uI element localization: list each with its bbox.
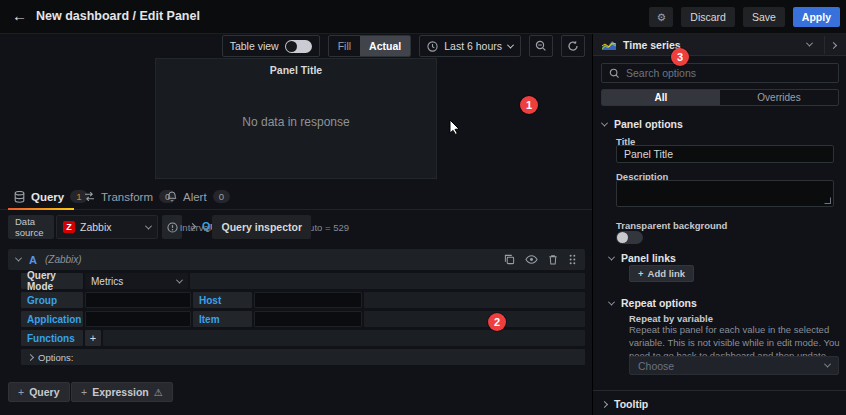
actual-option[interactable]: Actual — [360, 36, 410, 56]
tab-all[interactable]: All — [602, 90, 720, 105]
trash-icon[interactable] — [548, 254, 558, 265]
chevron-down-icon — [806, 40, 813, 47]
query-row-actions — [504, 254, 577, 265]
tab-overrides[interactable]: Overrides — [720, 90, 838, 105]
row-filler — [190, 273, 585, 289]
apply-button[interactable]: Apply — [793, 7, 840, 27]
panel-title-input[interactable] — [616, 145, 834, 163]
panel-preview-title[interactable]: Panel Title — [156, 64, 436, 76]
visualization-picker[interactable]: Time series — [593, 34, 846, 56]
duplicate-icon[interactable] — [504, 254, 515, 265]
sidebar-collapse-button[interactable] — [824, 36, 842, 54]
switch-knob — [617, 232, 628, 243]
host-input[interactable] — [254, 292, 362, 308]
datasource-label: Data source — [8, 215, 54, 239]
time-range-picker[interactable]: Last 6 hours — [419, 35, 521, 57]
datasource-picker[interactable]: Z Zabbix — [56, 215, 158, 239]
panel-edit-toolbar: Table view Fill Actual Last 6 hours — [222, 34, 585, 58]
resize-handle[interactable] — [824, 197, 831, 204]
discard-button[interactable]: Discard — [681, 7, 735, 27]
transform-icon — [84, 191, 95, 202]
tab-query-label: Query — [31, 191, 64, 203]
collapse-chevron-icon — [15, 255, 22, 262]
repeat-variable-select[interactable]: Choose — [629, 356, 839, 375]
query-editor: A (Zabbix) Query Mode Metrics Group Host… — [8, 249, 585, 368]
step-badge-2: 2 — [488, 313, 506, 331]
options-label: Options: — [38, 352, 73, 363]
add-function-button[interactable]: + — [85, 330, 101, 346]
options-tabs: All Overrides — [601, 89, 839, 106]
chevron-right-icon — [830, 41, 837, 48]
application-label[interactable]: Application — [21, 311, 83, 327]
query-mode-value: Metrics — [91, 276, 123, 287]
query-row-header[interactable]: A (Zabbix) — [8, 249, 585, 270]
options-search[interactable] — [601, 63, 839, 83]
table-view-toggle-group[interactable]: Table view — [222, 35, 320, 57]
chevron-right-icon — [601, 400, 608, 407]
table-view-label: Table view — [230, 40, 279, 52]
warning-icon: ⚠ — [154, 387, 163, 398]
description-textarea[interactable] — [616, 180, 834, 207]
repeat-options-section[interactable]: Repeat options — [609, 297, 697, 309]
drag-handle-icon[interactable] — [568, 254, 577, 265]
query-mode-label: Query Mode — [21, 273, 83, 289]
tab-query[interactable]: Query 1 — [14, 190, 88, 203]
datasource-row: Data source Z Zabbix Query options MD = … — [0, 215, 592, 239]
visualization-name: Time series — [623, 39, 681, 51]
eye-icon[interactable] — [525, 254, 538, 265]
info-circle-icon — [167, 222, 178, 233]
step-badge-1: 1 — [520, 96, 538, 114]
refresh-button[interactable] — [561, 35, 585, 57]
add-query-button[interactable]: + Query — [8, 382, 70, 402]
panel-options-heading: Panel options — [614, 118, 683, 130]
plus-icon: + — [81, 386, 87, 398]
host-label[interactable]: Host — [193, 292, 252, 308]
query-options-collapse[interactable]: Options: — [21, 349, 585, 365]
tooltip-heading: Tooltip — [614, 398, 648, 410]
fill-option[interactable]: Fill — [329, 36, 360, 56]
back-arrow-icon[interactable]: ← — [12, 7, 27, 24]
search-input[interactable] — [626, 67, 806, 79]
item-input[interactable] — [254, 311, 362, 327]
tab-alert-badge: 0 — [213, 190, 230, 203]
plus-icon: + — [18, 386, 24, 398]
gear-icon: ⚙ — [657, 11, 666, 23]
plus-icon: + — [638, 268, 644, 279]
add-expression-button[interactable]: + Expression ⚠ — [71, 382, 173, 402]
choose-placeholder: Choose — [638, 360, 674, 372]
panel-links-heading: Panel links — [621, 252, 676, 264]
active-tab-underline — [8, 208, 74, 210]
application-input[interactable] — [85, 311, 191, 327]
tab-transform[interactable]: Transform 0 — [84, 190, 176, 203]
step-badge-3: 3 — [671, 48, 689, 66]
item-label[interactable]: Item — [193, 311, 252, 327]
editor-tabs: Query 1 Transform 0 Alert 0 — [0, 188, 592, 210]
transparent-background-switch[interactable] — [616, 231, 643, 244]
tab-transform-label: Transform — [101, 191, 153, 203]
table-view-switch[interactable] — [285, 40, 312, 53]
tooltip-section[interactable]: Tooltip — [602, 398, 648, 410]
timeseries-chart-icon — [602, 40, 616, 50]
section-divider — [593, 390, 846, 391]
panel-options-section[interactable]: Panel options — [602, 118, 683, 130]
time-range-label: Last 6 hours — [444, 40, 502, 52]
row-filler — [103, 330, 585, 346]
add-expression-label: Expression — [92, 386, 149, 398]
query-datasource-hint: (Zabbix) — [45, 254, 82, 265]
zoom-out-button[interactable] — [529, 35, 553, 57]
add-link-button[interactable]: + Add link — [629, 265, 694, 282]
chevron-down-icon — [601, 119, 608, 126]
save-button[interactable]: Save — [743, 7, 785, 27]
group-label[interactable]: Group — [21, 292, 83, 308]
panel-links-section[interactable]: Panel links — [609, 252, 676, 264]
switch-knob — [286, 41, 297, 52]
chevron-down-icon — [608, 253, 615, 260]
query-mode-select[interactable]: Metrics — [85, 273, 188, 289]
datasource-name: Zabbix — [80, 221, 112, 233]
functions-label: Functions — [21, 330, 83, 346]
panel-settings-button[interactable]: ⚙ — [649, 7, 673, 27]
repeat-options-heading: Repeat options — [621, 297, 697, 309]
group-input[interactable] — [85, 292, 191, 308]
tab-alert[interactable]: Alert 0 — [167, 190, 230, 203]
query-inspector-button[interactable]: Query inspector — [212, 215, 311, 239]
